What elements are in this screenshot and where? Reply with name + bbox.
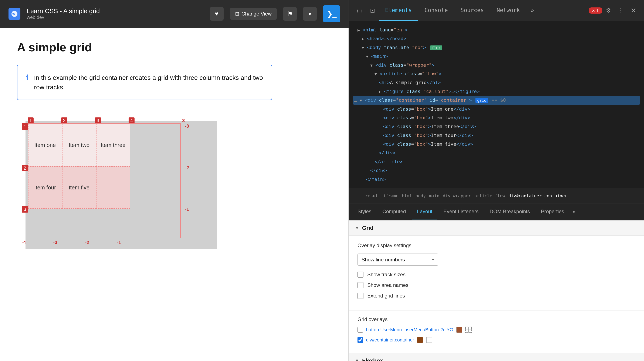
terminal-button[interactable]: ❯_	[323, 5, 340, 22]
dom-close-div[interactable]: </div>	[353, 148, 640, 157]
dom-main-line[interactable]: ▼ <main>	[353, 52, 640, 60]
dom-box2-line[interactable]: <div class="box">Item two</div>	[353, 113, 640, 122]
dom-box3-line[interactable]: <div class="box">Item three</div>	[353, 122, 640, 131]
settings-gear-button[interactable]: ⚙	[602, 7, 614, 14]
tab-elements[interactable]: Elements	[379, 0, 418, 21]
error-badge[interactable]: ✕ 1	[589, 7, 602, 13]
change-view-icon: ⊞	[235, 11, 239, 17]
close-devtools-button[interactable]: ✕	[627, 6, 640, 14]
page-heading: A simple grid	[17, 40, 332, 54]
grid-item-3: Item three	[96, 124, 130, 166]
overlay-1-checkbox[interactable]	[358, 327, 363, 333]
show-area-names-checkbox[interactable]	[358, 282, 364, 288]
dom-html-line[interactable]: ▶ <html lang="en">	[353, 25, 640, 34]
dom-head-line[interactable]: ▶ <head>…</head>	[353, 34, 640, 43]
dom-close-main[interactable]: </main>	[353, 175, 640, 184]
breadcrumb-result-iframe[interactable]: result-iframe	[364, 192, 400, 199]
neg-col-2-bottom: -2	[85, 240, 89, 245]
breadcrumb-html[interactable]: html	[400, 192, 414, 199]
site-logo: W	[8, 8, 20, 20]
overlay-1-color[interactable]	[456, 327, 462, 333]
dom-figure-line[interactable]: ▶ <figure class="callout">…</figure>	[353, 87, 640, 96]
overlay-2-grid-icon[interactable]	[426, 337, 432, 343]
device-mode-button[interactable]: ⊡	[366, 4, 379, 17]
dropdown-button[interactable]: ▾	[303, 7, 317, 20]
overlay-settings-area: Overlay display settings Show line numbe…	[349, 236, 644, 311]
dropdown-row: Show line numbers Hide line numbers Show…	[358, 254, 636, 266]
tab-properties[interactable]: Properties	[536, 203, 569, 220]
site-title: Learn CSS - A simple grid	[27, 7, 100, 15]
overlay-item-1: button.UserMenu_userMenuButton-2eiYO	[358, 327, 636, 333]
grid-overlays-title: Grid overlays	[358, 316, 636, 322]
breadcrumb-body[interactable]: body	[414, 192, 428, 199]
neg-row-1: -1	[185, 207, 189, 212]
breadcrumb-bar: ... result-iframe html body main div.wra…	[349, 188, 644, 203]
show-track-sizes-checkbox[interactable]	[358, 272, 364, 278]
heart-button[interactable]: ♥	[210, 7, 224, 20]
tab-network[interactable]: Network	[490, 0, 526, 21]
dom-box1-line[interactable]: <div class="box">Item one</div>	[353, 105, 640, 113]
row-num-2: 2	[22, 165, 28, 171]
dom-container-line[interactable]: … ▼ <div class="container" id="container…	[353, 96, 640, 104]
tab-sources[interactable]: Sources	[454, 0, 490, 21]
page-content: A simple grid ℹ In this example the grid…	[0, 27, 348, 361]
tab-layout[interactable]: Layout	[412, 203, 438, 220]
inner-tabs-more[interactable]: »	[570, 209, 578, 215]
breadcrumb-more[interactable]: ...	[569, 192, 580, 199]
tab-styles[interactable]: Styles	[352, 203, 376, 220]
inner-tabs: Styles Computed Layout Event Listeners D…	[349, 203, 644, 220]
overlay-2-color[interactable]	[417, 337, 423, 343]
tab-dom-breakpoints[interactable]: DOM Breakpoints	[484, 203, 535, 220]
error-x-icon: ✕	[592, 8, 595, 13]
dom-box4-line[interactable]: <div class="box">Item four</div>	[353, 131, 640, 140]
dom-article-line[interactable]: ▼ <article class="flow">	[353, 69, 640, 78]
grid-section-header[interactable]: ▼ Grid	[349, 220, 644, 236]
more-tabs-button[interactable]: »	[526, 7, 538, 14]
grid-container-visual: Item one Item two Item three Item four I…	[28, 123, 181, 238]
row-num-3: 3	[22, 206, 28, 213]
dom-box5-line[interactable]: <div class="box">Item five</div>	[353, 140, 640, 148]
grid-item-empty	[96, 166, 130, 209]
dom-body-line[interactable]: ▼ <body translate="no"> flex	[353, 43, 640, 52]
show-track-sizes-row: Show track sizes	[358, 272, 636, 278]
show-area-names-row: Show area names	[358, 282, 636, 288]
overlay-1-grid-icon[interactable]	[465, 327, 472, 333]
row-num-1: 1	[22, 123, 28, 130]
dom-h1-line[interactable]: <h1>A simple grid</h1>	[353, 78, 640, 87]
grid-overlays-area: Grid overlays button.UserMenu_userMenuBu…	[349, 311, 644, 353]
overlay-2-checkbox[interactable]	[358, 337, 363, 343]
col-num-2: 2	[61, 117, 67, 124]
overlay-2-name: div#container.container	[366, 337, 414, 343]
breadcrumb-div-wrapper[interactable]: div.wrapper	[441, 192, 472, 199]
extend-grid-lines-label[interactable]: Extend grid lines	[367, 293, 405, 299]
tab-computed[interactable]: Computed	[377, 203, 411, 220]
col-num-4: 4	[128, 117, 134, 124]
bookmark-button[interactable]: ⚑	[283, 7, 297, 20]
info-text: In this example the grid container creat…	[34, 73, 263, 92]
breadcrumb-ellipsis[interactable]: ...	[352, 192, 364, 199]
overlay-dropdown[interactable]: Show line numbers Hide line numbers Show…	[358, 254, 438, 266]
overlay-1-name: button.UserMenu_userMenuButton-2eiYO	[366, 327, 453, 333]
breadcrumb-container[interactable]: div#container.container	[507, 192, 569, 199]
browser-panel: W Learn CSS - A simple grid web.dev ♥ ⊞ …	[0, 0, 348, 361]
breadcrumb-article-flow[interactable]: article.flow	[473, 192, 507, 199]
devtools-panel: ⬚ ⊡ Elements Console Sources Network » ✕…	[348, 0, 644, 361]
tab-console[interactable]: Console	[418, 0, 454, 21]
dom-close-article[interactable]: </article>	[353, 157, 640, 166]
dom-tree: ▶ <html lang="en"> ▶ <head>…</head> ▼ <b…	[349, 21, 644, 188]
show-area-names-label[interactable]: Show area names	[367, 282, 408, 288]
change-view-button[interactable]: ⊞ Change View	[230, 8, 277, 20]
site-url: web.dev	[27, 15, 100, 20]
show-track-sizes-label[interactable]: Show track sizes	[367, 272, 406, 278]
tab-event-listeners[interactable]: Event Listeners	[438, 203, 484, 220]
site-info: Learn CSS - A simple grid web.dev	[27, 7, 100, 20]
flexbox-section-header[interactable]: ▼ Flexbox	[349, 353, 644, 361]
inspect-element-button[interactable]: ⬚	[353, 4, 366, 17]
layout-content: ▼ Grid Overlay display settings Show lin…	[349, 220, 644, 361]
more-options-button[interactable]: ⋮	[614, 7, 627, 14]
extend-grid-lines-checkbox[interactable]	[358, 293, 364, 299]
dom-wrapper-line[interactable]: ▼ <div class="wrapper">	[353, 61, 640, 69]
breadcrumb-main[interactable]: main	[428, 192, 441, 199]
dom-close-wrapper[interactable]: </div>	[353, 166, 640, 175]
neg-col-3: -3	[181, 118, 185, 123]
